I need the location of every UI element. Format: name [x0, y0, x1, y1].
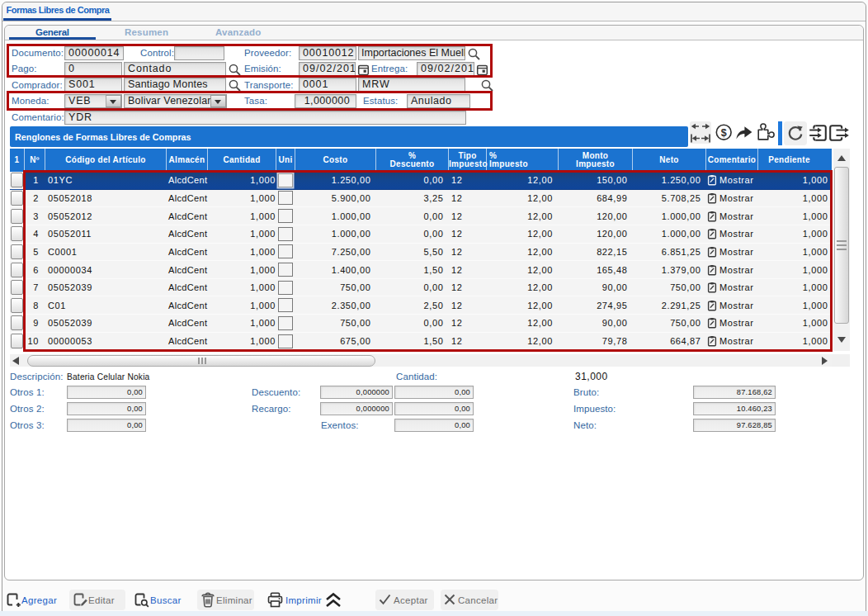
svg-text:$: $	[721, 127, 727, 139]
